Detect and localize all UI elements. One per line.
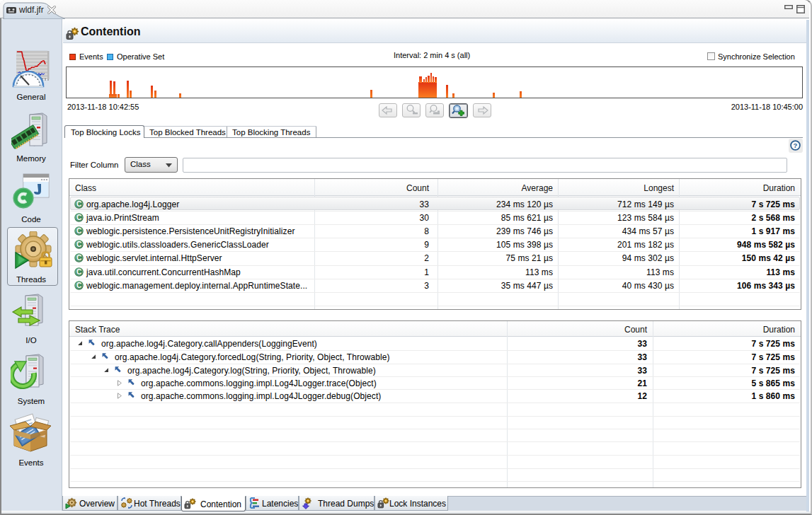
svg-text:?: ?	[794, 141, 798, 149]
